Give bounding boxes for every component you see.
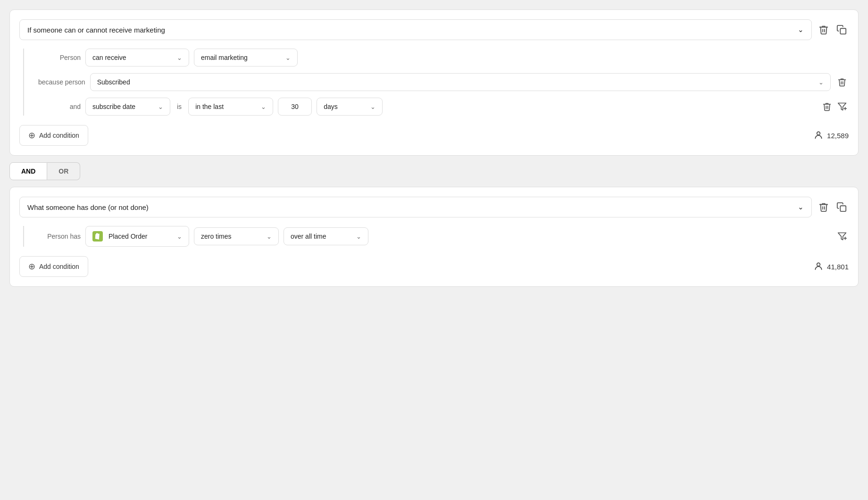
block2-placed-order-value: Placed Order [108, 233, 147, 240]
block2-person-has-label: Person has [38, 233, 81, 240]
block2-conditions: Person has Placed Order ⌄ zero times ⌄ o… [23, 226, 849, 247]
block2-zero-times-dropdown[interactable]: zero times ⌄ [194, 227, 279, 245]
block1-row3-actions [820, 100, 849, 113]
block1-condition3-delete-button[interactable] [820, 100, 834, 113]
block1-count: 12,589 [827, 132, 849, 140]
block1-header-select[interactable]: If someone can or cannot receive marketi… [19, 19, 812, 40]
block1-can-receive-dropdown[interactable]: can receive ⌄ [85, 49, 189, 67]
chevron-down-icon: ⌄ [285, 54, 291, 61]
chevron-down-icon: ⌄ [158, 103, 163, 110]
block1-condition-row-1: Person can receive ⌄ email marketing ⌄ [38, 49, 849, 67]
condition-block-2: What someone has done (or not done) ⌄ [9, 187, 859, 287]
block1-condition-row-2: because person Subscribed ⌄ [38, 73, 849, 91]
chevron-down-icon: ⌄ [177, 233, 182, 240]
block1-days-dropdown[interactable]: days ⌄ [317, 98, 383, 116]
block2-row1-actions [835, 230, 849, 243]
block1-header-chevron: ⌄ [798, 25, 804, 34]
block1-condition3-filter-button[interactable] [835, 100, 849, 113]
block1-header-actions [817, 23, 849, 37]
block2-count: 41,801 [827, 263, 849, 271]
user-icon [814, 130, 823, 141]
block2-placed-order-content: Placed Order [92, 231, 147, 242]
block1-email-marketing-value: email marketing [201, 54, 248, 61]
block2-header-select[interactable]: What someone has done (or not done) ⌄ [19, 197, 812, 217]
block1-days-value: days [324, 103, 338, 110]
block1-subscribe-date-dropdown[interactable]: subscribe date ⌄ [85, 98, 170, 116]
and-button[interactable]: AND [9, 162, 47, 180]
block1-in-the-last-value: in the last [195, 103, 224, 110]
block2-footer: ⊕ Add condition 41,801 [19, 256, 849, 277]
block1-add-condition-label: Add condition [39, 132, 79, 139]
chevron-down-icon: ⌄ [798, 203, 804, 211]
block2-copy-button[interactable] [835, 200, 849, 214]
block1-condition2-delete-button[interactable] [835, 75, 849, 89]
block2-zero-times-value: zero times [201, 233, 232, 240]
block1-and-label: and [38, 103, 81, 110]
block2-add-condition-button[interactable]: ⊕ Add condition [19, 256, 88, 277]
block1-row2-actions [835, 75, 849, 89]
and-or-row: AND OR [9, 162, 859, 180]
block2-header-actions [817, 200, 849, 214]
block2-count-display: 41,801 [814, 261, 849, 272]
block2-add-condition-label: Add condition [39, 263, 79, 270]
plus-circle-icon: ⊕ [28, 130, 35, 141]
block2-delete-button[interactable] [817, 200, 831, 214]
block1-person-label: Person [38, 54, 81, 61]
block1-header-title: If someone can or cannot receive marketi… [27, 26, 165, 34]
block2-placed-order-dropdown[interactable]: Placed Order ⌄ [85, 226, 189, 247]
chevron-down-icon: ⌄ [267, 233, 272, 240]
block2-header: What someone has done (or not done) ⌄ [19, 197, 849, 217]
block2-over-all-time-value: over all time [291, 233, 326, 240]
chevron-down-icon: ⌄ [370, 103, 376, 110]
block1-in-the-last-dropdown[interactable]: in the last ⌄ [188, 98, 273, 116]
block2-header-title: What someone has done (or not done) [27, 203, 149, 211]
svg-point-4 [817, 132, 820, 135]
chevron-down-icon: ⌄ [356, 233, 361, 240]
block1-footer: ⊕ Add condition 12,589 [19, 125, 849, 146]
chevron-down-icon: ⌄ [177, 54, 182, 61]
block1-add-condition-button[interactable]: ⊕ Add condition [19, 125, 88, 146]
plus-circle-icon: ⊕ [28, 261, 35, 272]
svg-rect-5 [840, 206, 846, 211]
chevron-down-icon: ⌄ [261, 103, 266, 110]
block1-is-label: is [175, 103, 184, 110]
block1-subscribe-date-value: subscribe date [92, 103, 135, 110]
block1-conditions: Person can receive ⌄ email marketing ⌄ b… [23, 49, 849, 116]
block1-email-marketing-dropdown[interactable]: email marketing ⌄ [194, 49, 298, 67]
block2-condition-row-1: Person has Placed Order ⌄ zero times ⌄ o… [38, 226, 849, 247]
svg-rect-0 [840, 28, 846, 34]
svg-point-9 [817, 263, 820, 266]
block2-over-all-time-dropdown[interactable]: over all time ⌄ [284, 227, 368, 245]
block1-delete-button[interactable] [817, 23, 831, 37]
block1-condition-row-3: and subscribe date ⌄ is in the last ⌄ da… [38, 98, 849, 116]
block1-header: If someone can or cannot receive marketi… [19, 19, 849, 40]
block1-count-display: 12,589 [814, 130, 849, 141]
or-button[interactable]: OR [47, 162, 80, 180]
shopify-icon [92, 231, 103, 242]
block1-subscribed-value: Subscribed [97, 78, 130, 86]
block1-can-receive-value: can receive [92, 54, 126, 61]
block1-because-person-label: because person [38, 78, 85, 86]
block1-number-input[interactable] [278, 98, 312, 116]
condition-block-1: If someone can or cannot receive marketi… [9, 9, 859, 156]
block1-subscribed-dropdown[interactable]: Subscribed ⌄ [90, 73, 831, 91]
block2-condition1-filter-button[interactable] [835, 230, 849, 243]
user-icon [814, 261, 823, 272]
chevron-down-icon: ⌄ [818, 79, 824, 86]
block1-copy-button[interactable] [835, 23, 849, 37]
